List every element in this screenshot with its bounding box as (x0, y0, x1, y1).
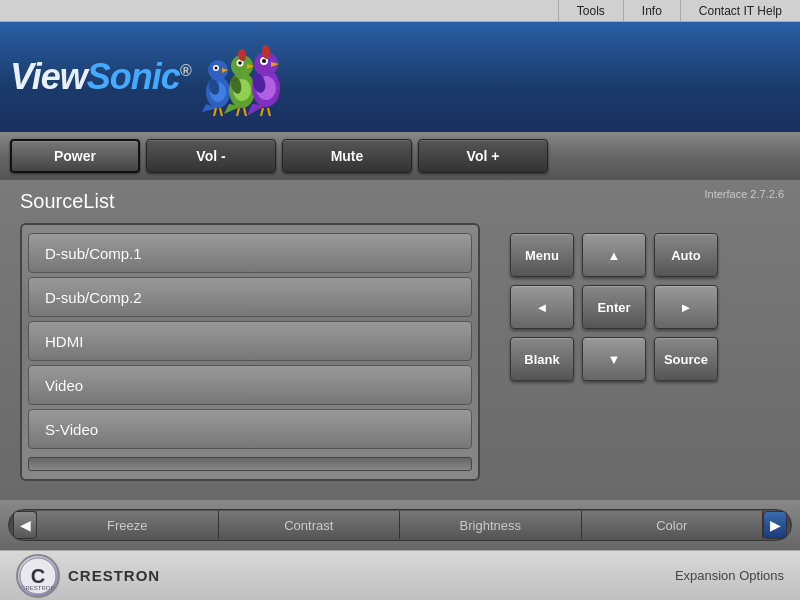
nav-tools[interactable]: Tools (558, 0, 623, 21)
freeze-button[interactable]: Freeze (37, 511, 219, 539)
mute-button[interactable]: Mute (282, 139, 412, 173)
source-item-svideo[interactable]: S-Video (28, 409, 472, 449)
source-item-hdmi[interactable]: HDMI (28, 321, 472, 361)
source-item-dsub1[interactable]: D-sub/Comp.1 (28, 233, 472, 273)
nav-items: Tools Info Contact IT Help (558, 0, 800, 21)
birds-svg (196, 32, 286, 122)
color-button[interactable]: Color (582, 511, 764, 539)
svg-point-5 (214, 67, 217, 70)
svg-line-27 (220, 108, 222, 116)
vol-down-button[interactable]: Vol - (146, 139, 276, 173)
svg-point-13 (238, 61, 242, 65)
logo-area: ViewSonic® (10, 32, 286, 122)
brightness-button[interactable]: Brightness (400, 511, 582, 539)
bird-group (196, 32, 286, 122)
source-item-dsub2[interactable]: D-sub/Comp.2 (28, 277, 472, 317)
crestron-logo: C CRESTRON CRESTRON (16, 554, 160, 598)
auto-button[interactable]: Auto (654, 233, 718, 277)
logo-text: ViewSonic® (10, 56, 191, 98)
list-scrollbar[interactable] (28, 457, 472, 471)
svg-line-26 (214, 108, 216, 116)
crestron-name: CRESTRON (68, 567, 160, 584)
button-bar: Power Vol - Mute Vol + (0, 132, 800, 180)
svg-text:C: C (31, 565, 45, 587)
source-button[interactable]: Source (654, 337, 718, 381)
slider-right-arrow[interactable]: ▶ (763, 511, 787, 539)
crestron-logo-circle: C CRESTRON (16, 554, 60, 598)
svg-text:CRESTRON: CRESTRON (21, 585, 55, 591)
content-columns: D-sub/Comp.1 D-sub/Comp.2 HDMI Video S-V… (20, 223, 780, 481)
footer: C CRESTRON CRESTRON Expansion Options (0, 550, 800, 600)
logo-sonic: Sonic (87, 56, 180, 97)
down-button[interactable]: ▼ (582, 337, 646, 381)
control-buttons: Menu ▲ Auto ◄ Enter ► Blank ▼ Source (510, 223, 718, 481)
enter-button[interactable]: Enter (582, 285, 646, 329)
vol-up-button[interactable]: Vol + (418, 139, 548, 173)
source-list-box: D-sub/Comp.1 D-sub/Comp.2 HDMI Video S-V… (20, 223, 480, 481)
bottom-bar: ◀ Freeze Contrast Brightness Color ▶ (0, 500, 800, 550)
slider-left-arrow[interactable]: ◀ (13, 511, 37, 539)
source-item-video[interactable]: Video (28, 365, 472, 405)
main-content: Interface 2.7.2.6 SourceList D-sub/Comp.… (0, 180, 800, 500)
power-button[interactable]: Power (10, 139, 140, 173)
crestron-logo-svg: C CRESTRON (19, 557, 57, 595)
left-button[interactable]: ◄ (510, 285, 574, 329)
blank-button[interactable]: Blank (510, 337, 574, 381)
nav-info[interactable]: Info (623, 0, 680, 21)
logo-view: View (10, 56, 87, 97)
nav-contact[interactable]: Contact IT Help (680, 0, 800, 21)
ctrl-row-1: Menu ▲ Auto (510, 233, 718, 277)
svg-line-30 (261, 108, 263, 116)
svg-line-28 (237, 108, 239, 116)
up-button[interactable]: ▲ (582, 233, 646, 277)
right-button[interactable]: ► (654, 285, 718, 329)
svg-point-22 (262, 59, 266, 63)
menu-button[interactable]: Menu (510, 233, 574, 277)
contrast-button[interactable]: Contrast (219, 511, 401, 539)
logo-reg: ® (180, 62, 191, 79)
expansion-text[interactable]: Expansion Options (675, 568, 784, 583)
ctrl-row-2: ◄ Enter ► (510, 285, 718, 329)
header: ViewSonic® (0, 22, 800, 132)
svg-line-29 (244, 108, 246, 116)
ctrl-row-3: Blank ▼ Source (510, 337, 718, 381)
interface-version: Interface 2.7.2.6 (705, 188, 785, 200)
slider-track: ◀ Freeze Contrast Brightness Color ▶ (8, 509, 792, 541)
top-nav: Tools Info Contact IT Help (0, 0, 800, 22)
source-list-title: SourceList (20, 190, 780, 213)
svg-line-31 (268, 108, 270, 116)
